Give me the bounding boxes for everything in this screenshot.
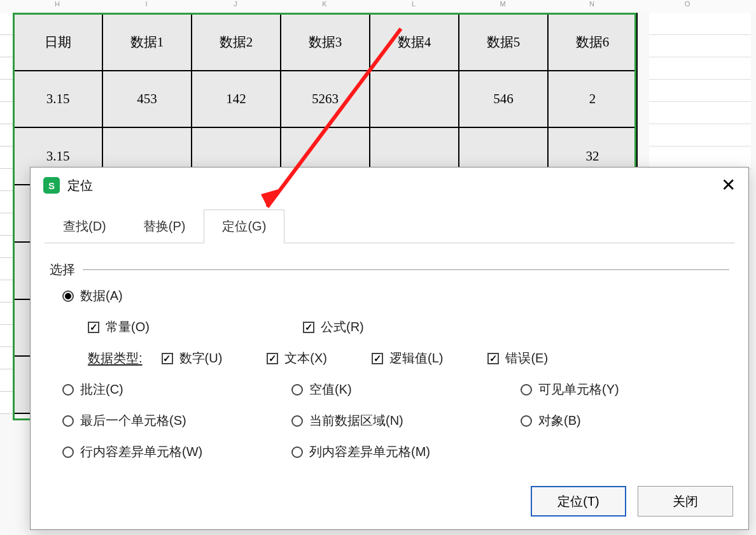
radio-label: 数据(A) <box>80 287 123 304</box>
cell[interactable]: 3.15 <box>13 71 102 128</box>
radio-data[interactable]: 数据(A) <box>62 287 123 304</box>
app-icon: S <box>43 177 60 194</box>
col-letter[interactable]: H <box>13 0 102 13</box>
radio-label: 批注(C) <box>80 381 123 398</box>
tab-replace[interactable]: 替换(P) <box>125 210 204 243</box>
check-label: 逻辑值(L) <box>389 350 443 367</box>
ok-button[interactable]: 定位(T) <box>531 486 626 517</box>
radio-current-region[interactable]: 当前数据区域(N) <box>291 412 503 429</box>
col-letter[interactable]: O <box>636 0 738 13</box>
check-number[interactable]: 数字(U) <box>162 350 223 367</box>
close-icon[interactable]: ✕ <box>721 176 736 194</box>
check-label: 常量(O) <box>106 318 150 336</box>
check-label: 文本(X) <box>284 350 327 367</box>
header-cell[interactable]: 数据5 <box>459 13 548 71</box>
radio-label: 空值(K) <box>309 381 352 398</box>
radio-blank[interactable]: 空值(K) <box>291 381 503 398</box>
data-type-label: 数据类型: <box>88 350 143 367</box>
close-button[interactable]: 关闭 <box>638 486 733 517</box>
dialog-title: 定位 <box>67 177 93 194</box>
check-error[interactable]: 错误(E) <box>487 350 548 367</box>
goto-dialog: S 定位 ✕ 查找(D) 替换(P) 定位(G) 选择 数据(A) 常量(O) … <box>30 167 749 530</box>
cell[interactable]: 453 <box>102 71 192 128</box>
check-logic[interactable]: 逻辑值(L) <box>372 350 443 367</box>
check-formula[interactable]: 公式(R) <box>303 318 364 336</box>
header-cell[interactable]: 数据2 <box>192 13 281 71</box>
cell[interactable]: 546 <box>459 71 548 128</box>
radio-object[interactable]: 对象(B) <box>521 412 719 429</box>
radio-label: 列内容差异单元格(M) <box>309 443 430 460</box>
check-const[interactable]: 常量(O) <box>88 318 285 336</box>
radio-label: 对象(B) <box>538 412 581 429</box>
col-letter[interactable]: J <box>191 0 280 13</box>
radio-label: 行内容差异单元格(W) <box>80 443 202 460</box>
radio-label: 可见单元格(Y) <box>538 381 619 398</box>
col-letter[interactable]: K <box>280 0 369 13</box>
section-divider <box>83 269 729 270</box>
radio-label: 最后一个单元格(S) <box>80 412 186 429</box>
radio-label: 当前数据区域(N) <box>309 412 403 429</box>
dialog-body: 选择 数据(A) 常量(O) 公式(R) 数据类型: 数字(U) 文本(X) 逻… <box>31 243 748 473</box>
check-label: 数字(U) <box>179 350 223 367</box>
tab-find[interactable]: 查找(D) <box>45 210 125 243</box>
col-letter[interactable]: N <box>547 0 636 13</box>
col-letter[interactable]: L <box>369 0 458 13</box>
header-cell[interactable]: 数据3 <box>281 13 370 71</box>
check-text[interactable]: 文本(X) <box>267 350 327 367</box>
dialog-tabs: 查找(D) 替换(P) 定位(G) <box>31 210 748 243</box>
cell[interactable]: 5263 <box>281 71 370 128</box>
column-headers: H I J K L M N O <box>0 0 756 13</box>
check-label: 错误(E) <box>505 350 548 367</box>
section-label: 选择 <box>50 261 75 278</box>
dialog-footer: 定位(T) 关闭 <box>531 486 733 517</box>
radio-comment[interactable]: 批注(C) <box>62 381 274 398</box>
header-cell[interactable]: 数据4 <box>370 13 459 71</box>
cell[interactable]: 2 <box>548 71 637 128</box>
header-cell[interactable]: 日期 <box>13 13 102 71</box>
check-label: 公式(R) <box>321 318 364 336</box>
empty-column <box>649 13 751 169</box>
row-gutter <box>0 13 13 414</box>
col-letter[interactable]: M <box>458 0 547 13</box>
radio-visible[interactable]: 可见单元格(Y) <box>521 381 719 398</box>
radio-row-diff[interactable]: 行内容差异单元格(W) <box>62 443 274 460</box>
tab-goto[interactable]: 定位(G) <box>204 210 284 243</box>
header-cell[interactable]: 数据1 <box>102 13 192 71</box>
cell[interactable] <box>370 71 459 128</box>
radio-col-diff[interactable]: 列内容差异单元格(M) <box>291 443 503 460</box>
col-letter[interactable]: I <box>102 0 191 13</box>
header-cell[interactable]: 数据6 <box>548 13 637 71</box>
radio-last-cell[interactable]: 最后一个单元格(S) <box>62 412 274 429</box>
dialog-titlebar: S 定位 ✕ <box>31 168 748 201</box>
cell[interactable]: 142 <box>192 71 281 128</box>
